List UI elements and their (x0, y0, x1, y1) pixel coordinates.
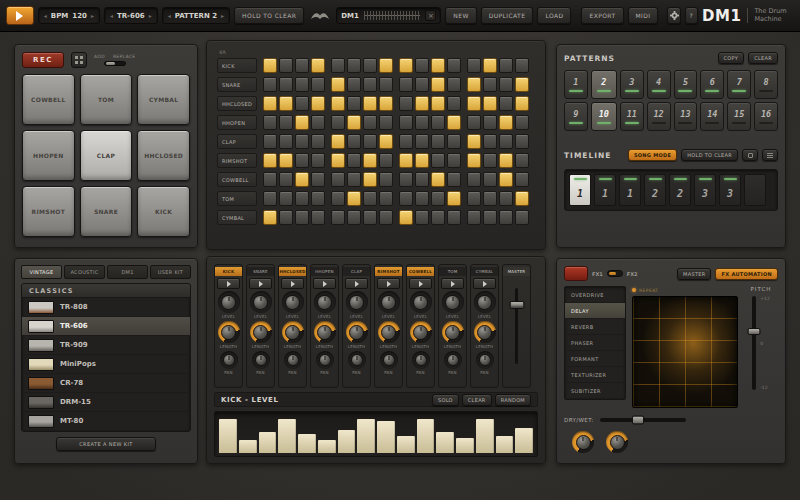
fx-select-switch[interactable] (607, 270, 623, 277)
copy-pattern-button[interactable]: COPY (718, 52, 745, 64)
step-hhclosed-9[interactable] (399, 96, 413, 111)
step-cymbal-7[interactable] (363, 210, 377, 225)
timeline-options-button[interactable] (762, 149, 778, 161)
velocity-bar-13[interactable] (456, 438, 474, 453)
pattern-cell-9[interactable]: 9 (564, 102, 588, 131)
step-cymbal-8[interactable] (379, 210, 393, 225)
step-rimshot-6[interactable] (347, 153, 361, 168)
step-cymbal-1[interactable] (263, 210, 277, 225)
drum-pad-hhclosed[interactable]: HHCLOSED (137, 130, 190, 181)
drum-pad-rimshot[interactable]: RIMSHOT (22, 186, 75, 237)
step-hhclosed-2[interactable] (279, 96, 293, 111)
step-hhclosed-10[interactable] (415, 96, 429, 111)
drum-pad-hhopen[interactable]: HHOPEN (22, 130, 75, 181)
knob-length[interactable] (442, 321, 464, 343)
step-rimshot-10[interactable] (415, 153, 429, 168)
step-kick-12[interactable] (447, 58, 461, 73)
pitch-slider[interactable] (752, 296, 756, 390)
midi-button[interactable]: MIDI (628, 7, 659, 24)
step-hhopen-9[interactable] (399, 115, 413, 130)
master-fx-button[interactable]: MASTER (677, 268, 711, 280)
step-rimshot-9[interactable] (399, 153, 413, 168)
step-kick-11[interactable] (431, 58, 445, 73)
step-kick-13[interactable] (467, 58, 481, 73)
step-cymbal-4[interactable] (311, 210, 325, 225)
random-button[interactable]: RANDOM (495, 394, 531, 406)
xy-pad[interactable] (632, 296, 738, 408)
step-cowbell-7[interactable] (363, 172, 377, 187)
velocity-bar-15[interactable] (496, 436, 514, 453)
step-tom-15[interactable] (499, 191, 513, 206)
timeline-loop-button[interactable] (742, 149, 758, 161)
step-hhopen-3[interactable] (295, 115, 309, 130)
velocity-bar-12[interactable] (436, 432, 454, 453)
step-hhclosed-13[interactable] (467, 96, 481, 111)
step-hhclosed-11[interactable] (431, 96, 445, 111)
channel-play-button[interactable] (217, 278, 240, 289)
knob-level[interactable] (282, 291, 304, 313)
step-hhclosed-15[interactable] (499, 96, 513, 111)
timeline-hold-to-clear-button[interactable]: HOLD TO CLEAR (681, 149, 738, 161)
channel-play-button[interactable] (473, 278, 496, 289)
drum-pad-cymbal[interactable]: CYMBAL (137, 74, 190, 125)
pattern-cell-13[interactable]: 13 (674, 102, 698, 131)
step-hhopen-2[interactable] (279, 115, 293, 130)
step-cymbal-15[interactable] (499, 210, 513, 225)
step-clap-7[interactable] (363, 134, 377, 149)
step-tom-10[interactable] (415, 191, 429, 206)
step-clap-9[interactable] (399, 134, 413, 149)
step-snare-4[interactable] (311, 77, 325, 92)
step-cowbell-2[interactable] (279, 172, 293, 187)
step-hhclosed-16[interactable] (515, 96, 529, 111)
fx-effect-reverb[interactable]: REVERB (565, 319, 625, 335)
step-clap-4[interactable] (311, 134, 325, 149)
step-kick-6[interactable] (347, 58, 361, 73)
channel-play-button[interactable] (441, 278, 464, 289)
step-tom-8[interactable] (379, 191, 393, 206)
drum-pad-tom[interactable]: TOM (80, 74, 133, 125)
velocity-bar-7[interactable] (338, 430, 356, 453)
step-hhopen-13[interactable] (467, 115, 481, 130)
step-snare-6[interactable] (347, 77, 361, 92)
knob-length[interactable] (378, 321, 400, 343)
pattern-cell-16[interactable]: 16 (754, 102, 778, 131)
velocity-bar-2[interactable] (239, 440, 257, 453)
channel-play-button[interactable] (249, 278, 272, 289)
step-tom-3[interactable] (295, 191, 309, 206)
step-tom-11[interactable] (431, 191, 445, 206)
kit-item-tr-606[interactable]: TR-606 (22, 317, 190, 336)
step-hhopen-8[interactable] (379, 115, 393, 130)
step-cowbell-12[interactable] (447, 172, 461, 187)
dry-wet-slider[interactable] (600, 418, 686, 422)
velocity-bar-5[interactable] (298, 434, 316, 453)
channel-play-button[interactable] (281, 278, 304, 289)
kit-item-cr-78[interactable]: CR-78 (22, 374, 190, 393)
fx-power-button[interactable] (564, 266, 588, 281)
knob-level[interactable] (410, 291, 432, 313)
step-rimshot-15[interactable] (499, 153, 513, 168)
step-snare-5[interactable] (331, 77, 345, 92)
knob-pan[interactable] (412, 351, 430, 369)
step-kick-2[interactable] (279, 58, 293, 73)
step-tom-4[interactable] (311, 191, 325, 206)
step-hhopen-4[interactable] (311, 115, 325, 130)
pitch-slider-handle[interactable] (748, 328, 761, 335)
knob-length[interactable] (282, 321, 304, 343)
knob-level[interactable] (218, 291, 240, 313)
step-snare-7[interactable] (363, 77, 377, 92)
drum-pad-kick[interactable]: KICK (137, 186, 190, 237)
pattern-cell-1[interactable]: 1 (564, 70, 588, 99)
step-clap-13[interactable] (467, 134, 481, 149)
knob-pan[interactable] (476, 351, 494, 369)
song-display[interactable]: DM1 × (336, 7, 441, 24)
step-kick-4[interactable] (311, 58, 325, 73)
knob-pan[interactable] (220, 351, 238, 369)
kit-tab-dm1[interactable]: DM1 (107, 265, 148, 279)
step-cowbell-3[interactable] (295, 172, 309, 187)
step-hhclosed-4[interactable] (311, 96, 325, 111)
step-hhopen-10[interactable] (415, 115, 429, 130)
timeline-slot-1[interactable]: 1 (569, 174, 591, 206)
step-clap-10[interactable] (415, 134, 429, 149)
step-cowbell-9[interactable] (399, 172, 413, 187)
step-kick-1[interactable] (263, 58, 277, 73)
